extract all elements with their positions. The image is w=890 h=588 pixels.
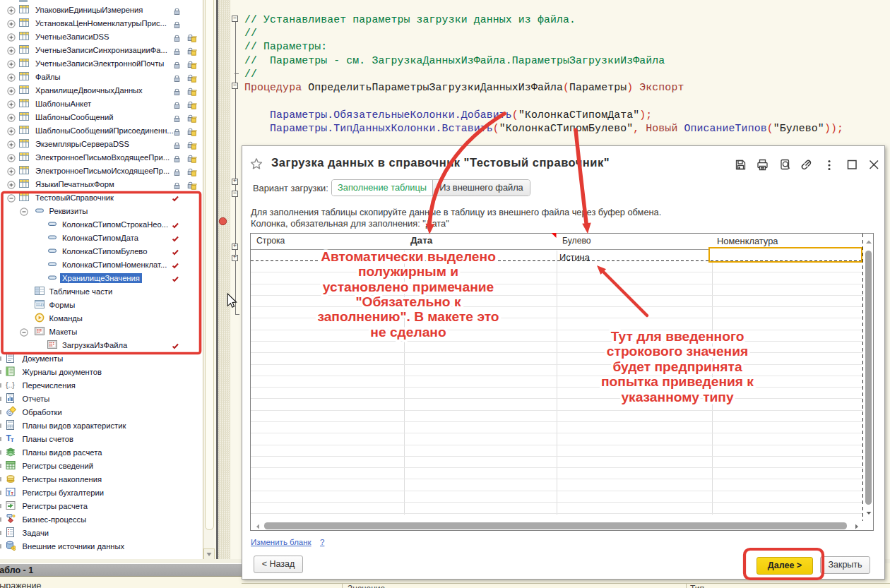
svg-text:установлено примечание: установлено примечание xyxy=(323,280,494,294)
svg-text:заполнению". В макете это: заполнению". В макете это xyxy=(317,309,499,324)
svg-text:Автоматически выделено: Автоматически выделено xyxy=(321,249,496,264)
svg-text:полужирным и: полужирным и xyxy=(358,264,458,279)
svg-text:не сделано: не сделано xyxy=(370,325,446,340)
svg-text:указанному типу: указанному типу xyxy=(621,390,734,404)
svg-text:попытка приведения к: попытка приведения к xyxy=(601,374,754,389)
svg-text:Тут для введенного: Тут для введенного xyxy=(611,329,744,344)
svg-text:строкового значения: строкового значения xyxy=(607,344,748,359)
svg-text:будет предпринята: будет предпринята xyxy=(612,359,742,374)
svg-text:"Обязательно к: "Обязательно к xyxy=(355,294,461,309)
